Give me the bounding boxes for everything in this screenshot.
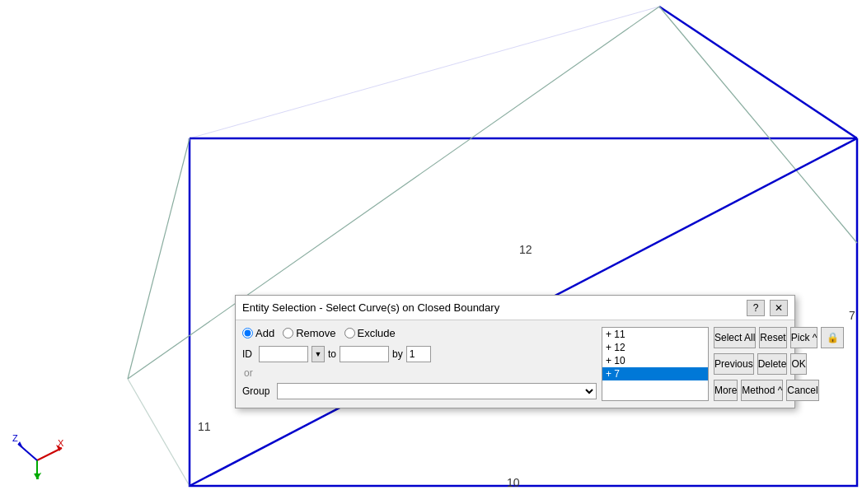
entity-list[interactable]: + 11 + 12 + 10 + 7 <box>602 327 709 401</box>
ok-button[interactable]: OK <box>790 353 806 375</box>
previous-button[interactable]: Previous <box>714 353 754 375</box>
radio-exclude-input[interactable] <box>344 328 355 338</box>
radio-add-input[interactable] <box>242 328 253 338</box>
svg-line-12 <box>18 444 37 460</box>
geometry-svg <box>0 0 862 504</box>
svg-line-1 <box>659 7 857 138</box>
cancel-button[interactable]: Cancel <box>786 380 818 401</box>
top-btn-row: Select All Reset Pick ^ 🔒 <box>714 327 788 348</box>
id-label: ID <box>242 348 255 360</box>
entity-selection-dialog: Entity Selection - Select Curve(s) on Cl… <box>235 295 795 408</box>
list-item[interactable]: + 10 <box>602 354 708 367</box>
close-button[interactable]: ✕ <box>770 300 788 316</box>
group-row: Group <box>242 383 597 399</box>
label-10: 10 <box>507 476 520 489</box>
id-dropdown-button[interactable]: ▼ <box>312 346 325 362</box>
svg-text:X: X <box>58 438 64 448</box>
label-11: 11 <box>198 420 211 433</box>
button-panel: Select All Reset Pick ^ 🔒 Previous Delet… <box>714 327 788 401</box>
label-12: 12 <box>519 243 532 256</box>
svg-text:Z: Z <box>12 433 18 443</box>
label-7: 7 <box>849 309 855 322</box>
list-item-selected[interactable]: + 7 <box>602 367 708 380</box>
reset-button[interactable]: Reset <box>759 327 786 348</box>
list-item[interactable]: + 12 <box>602 341 708 354</box>
delete-button[interactable]: Delete <box>757 353 788 375</box>
more-button[interactable]: More <box>714 380 738 401</box>
dialog-titlebar: Entity Selection - Select Curve(s) on Cl… <box>236 296 794 320</box>
by-label: by <box>392 348 403 360</box>
dialog-title-buttons: ? ✕ <box>747 300 788 316</box>
pick-button[interactable]: Pick ^ <box>790 327 818 348</box>
id-row: ID ▼ to by 1 <box>242 346 597 362</box>
id-input[interactable] <box>259 346 308 362</box>
svg-line-2 <box>190 7 659 138</box>
radio-exclude[interactable]: Exclude <box>344 327 396 339</box>
method-button[interactable]: Method ^ <box>741 380 783 401</box>
group-select[interactable] <box>277 383 597 399</box>
radio-remove-input[interactable] <box>283 328 293 338</box>
dialog-title: Entity Selection - Select Curve(s) on Cl… <box>242 301 499 314</box>
list-panel: + 11 + 12 + 10 + 7 <box>602 327 709 401</box>
by-input[interactable]: 1 <box>406 346 431 362</box>
help-button[interactable]: ? <box>747 300 765 316</box>
radio-add[interactable]: Add <box>242 327 274 339</box>
svg-line-5 <box>128 379 190 486</box>
svg-line-6 <box>659 7 857 243</box>
svg-line-4 <box>128 138 190 379</box>
or-row: or <box>242 366 597 379</box>
svg-line-8 <box>37 448 62 460</box>
group-label: Group <box>242 385 274 397</box>
pick-icon-button[interactable]: 🔒 <box>821 327 844 348</box>
to-input[interactable] <box>340 346 389 362</box>
bot-btn-row: More Method ^ Cancel <box>714 380 788 401</box>
svg-text:Y: Y <box>35 471 42 481</box>
or-label: or <box>244 367 253 379</box>
radio-remove[interactable]: Remove <box>283 327 335 339</box>
select-all-button[interactable]: Select All <box>714 327 756 348</box>
radio-row: Add Remove Exclude <box>242 327 597 339</box>
dialog-body: Add Remove Exclude ID ▼ to by 1 <box>236 320 794 408</box>
axis-indicator: X Y Z <box>8 423 66 481</box>
list-item[interactable]: + 11 <box>602 328 708 341</box>
left-panel: Add Remove Exclude ID ▼ to by 1 <box>242 327 597 401</box>
canvas-area: 12 7 11 10 X Y Z <box>0 0 862 504</box>
to-label: to <box>328 348 336 360</box>
mid-btn-row: Previous Delete OK <box>714 353 788 375</box>
